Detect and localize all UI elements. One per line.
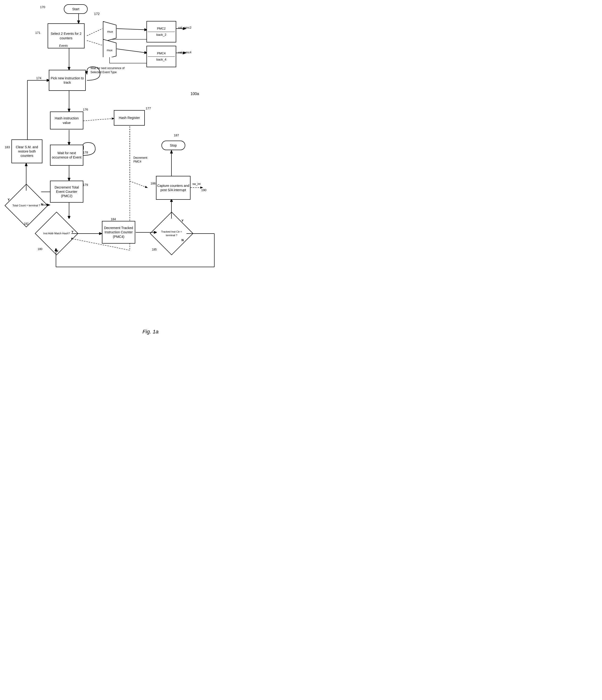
ref-179: 179 bbox=[83, 183, 88, 186]
pick-instruction-label: Pick new instruction to track bbox=[49, 76, 85, 84]
stop-label: Stop bbox=[170, 143, 177, 148]
svg-line-26 bbox=[87, 41, 102, 45]
ref-172: 172 bbox=[94, 12, 100, 16]
diagram: Start 170 Select 2 Events for 2 counters… bbox=[0, 0, 301, 339]
decrement-tracked-node: Decrement Tracked Instruction Counter (P… bbox=[102, 221, 135, 244]
clear-sm-node: Clear S.M. and restore both counters bbox=[11, 140, 43, 163]
select-2-events-label: Select 2 Events for 2 counters bbox=[48, 31, 84, 40]
ref-178: 178 bbox=[83, 151, 88, 154]
events-label: Events bbox=[59, 44, 68, 47]
ref-190: 190 bbox=[201, 188, 206, 192]
ref-170: 170 bbox=[40, 5, 45, 9]
ref-176: 176 bbox=[83, 108, 88, 111]
ref-174: 174 bbox=[36, 76, 42, 80]
ref-185: 185 bbox=[152, 248, 157, 251]
hash-register-label: Hash Register bbox=[119, 116, 140, 120]
ref-182: 182 bbox=[24, 222, 29, 225]
decrement-tec-node: Decrement Total Event Counter (PMC2) bbox=[50, 181, 83, 203]
clear-sm-label: Clear S.M. and restore both counters bbox=[12, 145, 42, 158]
mux-group: mux mux bbox=[102, 20, 119, 57]
wait-event-node: Wait for next occurrence of Event bbox=[50, 145, 83, 166]
svg-text:mux: mux bbox=[107, 30, 113, 33]
ref-186: 186 bbox=[151, 182, 156, 185]
total-count-n-label: N bbox=[41, 203, 43, 206]
ref-183: 183 bbox=[5, 145, 10, 149]
svg-text:mux: mux bbox=[107, 48, 113, 52]
svg-line-25 bbox=[87, 29, 102, 36]
stop-node: Stop bbox=[161, 141, 185, 150]
hash-instruction-label: Hash instruction value bbox=[51, 116, 83, 125]
total-count-diamond: Total Count = terminal ? bbox=[11, 191, 41, 221]
inst-addr-n-label: N bbox=[56, 249, 58, 253]
tracked-n-label: N bbox=[181, 238, 184, 242]
svg-line-27 bbox=[117, 29, 147, 30]
decrement-pmc4-label: Decrement PMC4 bbox=[133, 156, 156, 164]
figure-label: Fig. 1a bbox=[142, 329, 158, 335]
wait-event-label: Wait for next occurrence of Event bbox=[51, 151, 83, 159]
svg-line-22 bbox=[83, 119, 114, 121]
ref-171: 171 bbox=[35, 31, 41, 34]
ref-184: 184 bbox=[111, 217, 116, 221]
ref-187: 187 bbox=[174, 133, 179, 137]
ref-100a: 100a bbox=[190, 92, 199, 96]
svg-line-28 bbox=[117, 49, 147, 53]
inst-addr-y-label: Y bbox=[72, 230, 74, 233]
pick-instruction-node: Pick new instruction to track bbox=[49, 70, 86, 91]
inst-addr-match-diamond: Inst Addr Match Hash? bbox=[42, 219, 72, 248]
hash-instruction-node: Hash instruction value bbox=[50, 111, 83, 129]
decrement-tec-label: Decrement Total Event Counter (PMC2) bbox=[51, 185, 83, 198]
inst-addr-match-label: Inst Addr Match Hash? bbox=[43, 232, 70, 235]
start-label: Start bbox=[72, 7, 79, 11]
total-count-y-label: Y bbox=[8, 198, 10, 201]
svg-line-37 bbox=[130, 181, 147, 188]
decrement-tracked-label: Decrement Tracked Instruction Counter (P… bbox=[102, 226, 135, 239]
tracked-inst-ctr-label: Tracked Inst Ctr = terminal ? bbox=[157, 230, 186, 237]
start-node: Start bbox=[64, 4, 88, 14]
ref-177: 177 bbox=[146, 106, 151, 110]
pmc4-node: PMC4 back_4 bbox=[147, 46, 176, 67]
total-count-label: Total Count = terminal ? bbox=[12, 204, 40, 207]
capture-counters-node: Capture counters and post S/A interrupt bbox=[156, 176, 190, 200]
tracked-y-label: Y bbox=[181, 219, 184, 222]
sw-int-label: sw_int bbox=[192, 182, 201, 186]
val-pmc2-label: val_pmc2 bbox=[178, 26, 191, 29]
tracked-inst-ctr-diamond: Tracked Inst Ctr = terminal ? bbox=[157, 219, 186, 248]
val-pmc4-label: val_pmc4 bbox=[178, 51, 191, 54]
capture-counters-label: Capture counters and post S/A interrupt bbox=[156, 183, 190, 192]
ref-180: 180 bbox=[37, 247, 43, 251]
wait-occurrence-label: Wait for next occurrence of Selected Eve… bbox=[90, 66, 132, 74]
hash-register-node: Hash Register bbox=[114, 110, 145, 126]
pmc2-node: PMC2 back_2 bbox=[147, 21, 176, 43]
